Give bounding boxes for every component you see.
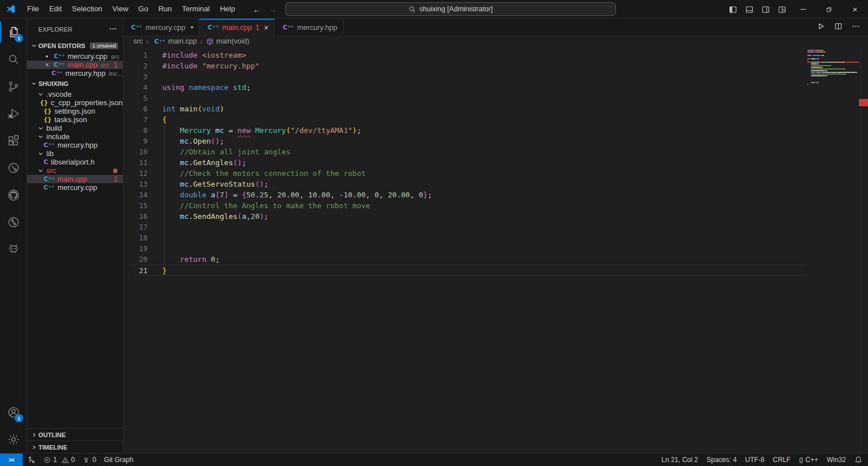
tree-folder-src[interactable]: src [27,166,123,175]
code-line-8[interactable]: 8 Mercury mc = new Mercury("/dev/ttyAMA1… [123,125,868,136]
code-line-9[interactable]: 9 mc.Open(); [123,136,868,146]
code-line-21[interactable]: 21} [133,265,805,275]
line-number[interactable]: 18 [123,232,147,243]
line-number[interactable]: 16 [123,211,147,222]
activity-settings[interactable] [0,426,27,453]
code-line-4[interactable]: 4using namespace std; [123,82,868,93]
open-editor-item[interactable]: ×C++main.cppsrc1 [27,61,123,69]
line-number[interactable]: 12 [123,168,147,179]
menu-file[interactable]: File [22,3,44,15]
status-eol[interactable]: CRLF [771,454,793,466]
activity-search[interactable] [0,46,27,73]
code-line-7[interactable]: 7{ [123,114,868,125]
activity-git-graph[interactable] [0,209,27,236]
code-line-15[interactable]: 15 //Control the Angles to make the robo… [123,200,868,211]
ports-indicator[interactable]: 0 [80,454,99,466]
line-number[interactable]: 5 [123,93,147,103]
line-number[interactable]: 7 [123,114,147,125]
code-line-17[interactable]: 17 [123,222,868,232]
open-editor-item[interactable]: ●C++mercury.cppsrc [27,52,123,61]
forward-arrow-icon[interactable]: → [268,5,277,14]
menu-run[interactable]: Run [153,3,177,15]
breadcrumb-main(void)[interactable]: main(void) [206,37,249,45]
menu-help[interactable]: Help [215,3,240,15]
menu-view[interactable]: View [107,3,133,15]
activity-robot-assistant[interactable] [0,236,27,263]
code-line-1[interactable]: 1#include <iostream> [123,50,868,61]
line-number[interactable]: 13 [123,179,147,189]
breadcrumb-main.cpp[interactable]: C++main.cpp [152,37,197,45]
tree-file-tasks.json[interactable]: {}tasks.json [27,115,123,124]
overview-ruler[interactable] [860,48,868,453]
line-number[interactable]: 15 [123,200,147,211]
line-number[interactable]: 3 [123,71,147,82]
minimize-button[interactable] [790,0,816,19]
tree-file-settings.json[interactable]: {}settings.json [27,107,123,115]
split-editor-button[interactable] [834,22,843,32]
line-number[interactable]: 8 [123,125,147,136]
explorer-more-actions-icon[interactable] [109,25,117,34]
activity-remote-tool[interactable] [0,154,27,182]
run-button[interactable] [817,22,825,32]
code-line-2[interactable]: 2#include "mercury.hpp" [123,61,868,71]
remote-indicator[interactable]: >< [0,454,23,466]
workspace-header[interactable]: SHUIXING [27,77,123,90]
line-number[interactable]: 20 [123,254,147,265]
git-graph-button[interactable]: Git Graph [101,454,136,466]
tree-folder-lib[interactable]: lib [27,149,123,158]
activity-source-control[interactable] [0,73,27,100]
toggle-primary-sidebar-icon[interactable] [724,0,741,19]
code-editor[interactable]: 1#include <iostream>2#include "mercury.h… [123,48,868,453]
git-graph-view-button[interactable] [25,454,38,466]
activity-github[interactable] [0,182,27,209]
code-line-20[interactable]: 20 return 0; [123,254,868,265]
code-line-10[interactable]: 10 //Obtain all joint angles [123,146,868,157]
code-line-18[interactable]: 18 [123,232,868,243]
status-platform[interactable]: Win32 [824,454,848,466]
close-icon[interactable]: × [42,61,51,69]
line-number[interactable]: 2 [123,61,147,71]
activity-run-and-debug[interactable] [0,100,27,127]
modified-dot-icon[interactable]: ● [42,54,51,59]
tab-mercury.hpp[interactable]: C++mercury.hpp [275,19,344,35]
tree-file-mercury.cpp[interactable]: C++mercury.cpp [27,183,123,192]
code-line-12[interactable]: 12 //Check the motors connection of the … [123,168,868,179]
code-line-16[interactable]: 16 mc.SendAngles(a,20); [123,211,868,222]
tree-folder-build[interactable]: build [27,124,123,132]
open-editor-item[interactable]: C++mercury.hppinc... [27,69,123,77]
tab-mercury.cpp[interactable]: C++mercury.cpp● [123,19,199,35]
tree-folder-include[interactable]: include [27,132,123,141]
toggle-secondary-sidebar-icon[interactable] [757,0,774,19]
line-number[interactable]: 17 [123,222,147,232]
close-window-button[interactable]: × [842,0,868,19]
code-line-13[interactable]: 13 mc.GetServoStatus(); [123,179,868,189]
breadcrumb-src[interactable]: src [133,37,143,45]
problems-indicator[interactable]: 1 0 [41,454,77,466]
code-line-11[interactable]: 11 mc.GetAngles(); [123,157,868,168]
timeline-section[interactable]: TIMELINE [27,441,123,453]
more-actions-icon[interactable] [852,22,860,32]
open-editors-header[interactable]: OPEN EDITORS 1 unsaved [27,40,123,52]
line-number[interactable]: 9 [123,136,147,146]
tree-file-c_cpp_properties.json[interactable]: {}c_cpp_properties.json [27,98,123,107]
command-center-search[interactable]: shuixing [Administrator] [285,2,616,16]
activity-accounts[interactable]: 1 [0,399,27,426]
tree-file-libserialport.h[interactable]: Clibserialport.h [27,158,123,166]
tree-file-mercury.hpp[interactable]: C++mercury.hpp [27,141,123,149]
modified-dot-icon[interactable]: ● [190,24,193,30]
line-number[interactable]: 21 [123,265,147,275]
minimap[interactable] [808,50,860,85]
line-number[interactable]: 4 [123,82,147,93]
line-number[interactable]: 6 [123,103,147,114]
status-indentation[interactable]: Spaces: 4 [704,454,739,466]
outline-section[interactable]: OUTLINE [27,428,123,441]
line-number[interactable]: 14 [123,189,147,200]
code-line-14[interactable]: 14 double a[7] = {50.25, 20.00, 10.00, -… [123,189,868,200]
status-language-mode[interactable]: {}C++ [797,454,821,466]
menu-terminal[interactable]: Terminal [177,3,215,15]
menu-edit[interactable]: Edit [44,3,67,15]
line-number[interactable]: 10 [123,146,147,157]
tab-main.cpp[interactable]: C++main.cpp1× [199,19,275,35]
code-line-5[interactable]: 5 [123,93,868,103]
status-encoding[interactable]: UTF-8 [743,454,767,466]
